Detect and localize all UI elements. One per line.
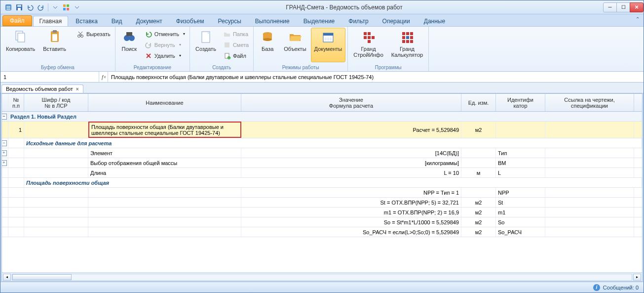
minimize-button[interactable]: ─ [603, 2, 617, 12]
cut-button[interactable]: Вырезать [74, 29, 113, 39]
svg-rect-40 [368, 32, 371, 35]
svg-rect-45 [402, 32, 405, 35]
tab-insert[interactable]: Вставка [69, 16, 104, 26]
table-row[interactable]: NPP = Тип = 1 NPP [2, 188, 642, 198]
tab-filter[interactable]: Фильтр [342, 16, 375, 26]
redo-arrow-icon [145, 41, 152, 49]
col-header-id[interactable]: Идентифи катор [496, 94, 545, 111]
sub-section-row[interactable]: Площадь поверхности общая [2, 178, 642, 188]
app-window: ГРАНД-Смета - Ведомость объемов работ ─ … [0, 0, 644, 293]
tab-main[interactable]: Главная [33, 16, 69, 26]
grid-blue-icon [399, 29, 415, 45]
tab-selection[interactable]: Выделение [297, 16, 341, 26]
qat-more-icon[interactable] [50, 2, 60, 12]
table-row[interactable]: 1 Площадь поверхности общая (Балки двута… [2, 122, 642, 138]
maximize-button[interactable]: ☐ [616, 2, 630, 12]
ribbon-body: Копировать Вставить Вырезать Буфер обмен… [0, 26, 644, 72]
data-grid: № п.п Шифр / код № в ЛСР Наименование Зн… [1, 93, 643, 282]
new-estimate-button[interactable]: Смета [221, 40, 251, 50]
fx-icon[interactable]: ƒx [99, 72, 108, 82]
scroll-left-icon[interactable]: ◂ [3, 274, 11, 281]
expand-icon[interactable]: + [2, 160, 7, 166]
col-header-unit[interactable]: Ед. изм. [461, 94, 496, 111]
table-row[interactable]: St = ОТХ.ВПР(NPP; 5) = 32,721 м2 St [2, 198, 642, 208]
scroll-track[interactable] [12, 274, 632, 281]
sub-section-row[interactable]: − Исходные данные для расчета [2, 138, 642, 148]
save-icon[interactable] [14, 2, 24, 12]
col-header-value[interactable]: Значение Формула расчета [241, 94, 461, 111]
cell-reference-box[interactable]: 1 [0, 72, 99, 82]
formula-input[interactable]: Площадь поверхности общая (Балки двутавр… [108, 74, 644, 80]
grand-stroyinfo-button[interactable]: Гранд СтройИнфо [350, 28, 387, 62]
tab-document[interactable]: Документ [130, 16, 169, 26]
new-doc-icon [198, 29, 214, 45]
redo-icon[interactable] [36, 2, 46, 12]
table-row[interactable]: Длина L = 10 м L [2, 168, 642, 178]
ribbon-tab-strip: Файл Главная Вставка Вид Документ Физобъ… [0, 14, 644, 26]
grand-calc-button[interactable]: Гранд Калькулятор [388, 28, 426, 62]
tab-execution[interactable]: Выполнение [249, 16, 296, 26]
tab-resources[interactable]: Ресурсы [212, 16, 248, 26]
expand-icon[interactable]: + [2, 150, 7, 156]
table-row[interactable]: So_РАСЧ = если(L>0;So;0) = 5,529849 м2 S… [2, 227, 642, 237]
scroll-right-icon[interactable]: ▸ [633, 274, 641, 281]
table-row[interactable]: So = St*m1*L/1000 = 5,529849 м2 So [2, 217, 642, 227]
svg-text:+: + [228, 56, 229, 59]
scroll-thumb[interactable] [12, 274, 72, 280]
undo-icon[interactable] [25, 2, 35, 12]
svg-rect-51 [402, 40, 405, 43]
table-row[interactable]: + Выбор отображения общей массы [килогра… [2, 158, 642, 168]
app-menu-icon[interactable] [3, 2, 13, 12]
horizontal-scrollbar[interactable]: ◂ ▸ [2, 272, 642, 281]
redo-button[interactable]: Вернуть▾ [142, 40, 188, 50]
section-row[interactable]: − Раздел 1. Новый Раздел [2, 112, 642, 122]
new-folder-button[interactable]: Папка [221, 29, 251, 39]
title-bar: ГРАНД-Смета - Ведомость объемов работ ─ … [0, 0, 644, 14]
ribbon-minimize-icon[interactable]: ⌃ [636, 16, 640, 22]
status-messages[interactable]: Сообщений: 0 [603, 285, 639, 291]
tab-data[interactable]: Данные [417, 16, 452, 26]
new-file-button[interactable]: +Файл [221, 50, 251, 61]
copy-button[interactable]: Копировать [2, 28, 38, 62]
objects-button[interactable]: Объекты [280, 28, 309, 62]
file-tab[interactable]: Файл [2, 15, 32, 26]
file-icon: + [223, 52, 231, 60]
base-button[interactable]: База [256, 28, 279, 62]
col-header-num[interactable]: № п.п [8, 94, 24, 111]
table-row[interactable]: m1 = ОТХ.ВПР(NPP; 2) = 16,9 м2 m1 [2, 208, 642, 217]
find-button[interactable]: Поиск [117, 28, 141, 62]
svg-rect-6 [18, 8, 21, 10]
window-title: ГРАНД-Смета - Ведомость объемов работ [85, 4, 604, 11]
folder-icon [223, 30, 231, 38]
selected-cell[interactable]: Площадь поверхности общая (Балки двутавр… [88, 122, 241, 138]
svg-rect-2 [6, 7, 10, 8]
tab-view[interactable]: Вид [105, 16, 129, 26]
col-header-name[interactable]: Наименование [88, 94, 241, 111]
svg-rect-7 [63, 4, 66, 7]
paste-icon [47, 29, 63, 45]
create-button[interactable]: Создать [192, 28, 220, 62]
svg-rect-52 [406, 40, 409, 43]
tab-physvol[interactable]: Физобъем [170, 16, 211, 26]
collapse-icon[interactable]: − [2, 140, 7, 146]
undo-button[interactable]: Отменить▾ [142, 29, 188, 39]
group-create: Создать Папка Смета +Файл Создать [190, 27, 254, 71]
tab-operations[interactable]: Операции [376, 16, 417, 26]
svg-rect-50 [410, 36, 413, 39]
paste-button[interactable]: Вставить [39, 28, 70, 62]
grid-body[interactable]: − Раздел 1. Новый Раздел 1 Площадь повер… [2, 112, 642, 272]
document-tab[interactable]: Ведомость объемов работ × [1, 84, 83, 93]
close-tab-icon[interactable]: × [76, 86, 79, 92]
table-row[interactable]: + Элемент [14С(БД)] Тип [2, 148, 642, 158]
col-header-code[interactable]: Шифр / код № в ЛСР [24, 94, 88, 111]
window-controls: ─ ☐ ✕ [604, 2, 644, 12]
documents-button[interactable]: Документы [311, 28, 346, 62]
col-header-ref[interactable]: Ссылка на чертежи, спецификации [545, 94, 634, 111]
collapse-icon[interactable]: − [2, 114, 7, 120]
close-button[interactable]: ✕ [630, 2, 644, 12]
delete-button[interactable]: Удалить▾ [142, 50, 188, 61]
info-icon[interactable]: i [593, 284, 600, 291]
svg-rect-9 [63, 8, 66, 10]
qat-dropdown-icon[interactable] [72, 2, 82, 12]
qat-extra-icon[interactable] [61, 2, 71, 12]
